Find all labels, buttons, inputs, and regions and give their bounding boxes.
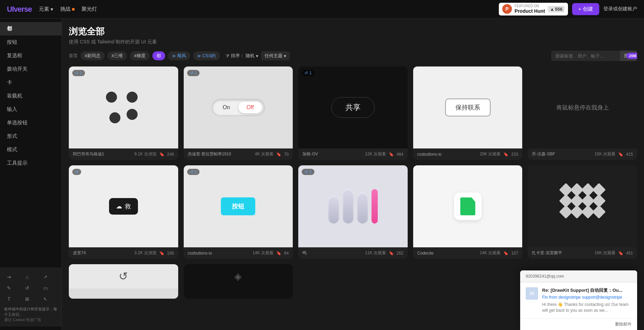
sidebar-item-modal[interactable]: 模式 <box>0 143 62 156</box>
card-kit[interactable]: 保持联系 cssbuttons-io 20K 次观看 🔖 233 <box>413 66 523 160</box>
product-hunt-badge[interactable]: P FEATURED ON Product Hunt ▲ 556 <box>499 3 568 16</box>
theme-filter[interactable]: 任何主题 ▾ <box>261 51 290 60</box>
sidebar-item-tooltip[interactable]: 工具提示 <box>0 156 62 170</box>
kit-button[interactable]: 保持联系 <box>445 99 491 116</box>
email-icon: ✉ <box>526 287 538 300</box>
sidebar-item-form[interactable]: 形式 <box>0 130 62 143</box>
card-codecite[interactable]: Codecite 14K 次观看 🔖 107 <box>413 165 523 259</box>
toggle-control[interactable]: On Off <box>212 99 265 116</box>
search-box: 搜索 20M <box>551 51 637 61</box>
arrow-icon: ↺ <box>119 270 128 283</box>
filter-3d[interactable]: #三维 <box>107 51 127 60</box>
page-title: 浏览全部 <box>69 25 637 38</box>
filter-all[interactable]: 都 <box>152 51 165 60</box>
card-2-stats: 4K 次观看 🔖 70 <box>255 151 289 157</box>
card-cyan-btn[interactable]: ↺ 1 按钮 cssbuttons-io 14K 次观看 🔖 64 <box>184 165 293 259</box>
card-diamond[interactable]: 扎卡里-克雷撕平 16K 次观看 🔖 451 <box>528 165 637 259</box>
email-header: 920396241@qq.com <box>520 270 637 282</box>
login-button[interactable]: 登录或创建账户 <box>603 6 637 12</box>
email-body: ✉ Re: [DrawKit Support] 自动回复：Ou... Fin f… <box>520 282 637 318</box>
card-6-stats: 3.2K 次浏览 🔖 196 <box>135 250 174 256</box>
funnel-icon: ⧩ <box>225 53 229 59</box>
sort-filter[interactable]: ⧩ 排序： 随机 ▾ <box>225 53 258 59</box>
logo-text: verse <box>14 5 32 13</box>
card-2-badge: ↺ 1 <box>187 70 200 76</box>
ph-count: ▲ 556 <box>548 6 565 12</box>
card-1-badge: ↺ 1 <box>72 70 85 76</box>
card-share[interactable]: ↺ 1 共享 加根-GV 12K 次观看 🔖 464 <box>298 66 408 160</box>
nav-challenge[interactable]: 挑战 <box>60 6 75 12</box>
dark-icon: ◈ <box>234 271 242 282</box>
card-dots[interactable]: ↺ 1 阿巴劳布马格迪1 9.1K 次浏览 🔖 248 <box>69 66 178 160</box>
card-rescue[interactable]: ↺ ☁ 救 皮里74 3.2K 次浏览 🔖 196 <box>69 165 178 259</box>
card-hover[interactable]: 将鼠标悬停在我身上 乔-沃森-SBF 15K 次观看 🔖 415 <box>528 66 637 160</box>
rescue-button[interactable]: ☁ 救 <box>109 198 138 215</box>
sidebar-item-card[interactable]: 卡 <box>0 76 62 89</box>
card-8-preview: ↺ 2 <box>298 165 408 247</box>
sidebar-item-loader[interactable]: 装载机 <box>0 89 62 103</box>
card-12-preview: ◈ <box>184 264 293 288</box>
card-partial-2[interactable]: ◈ <box>184 264 293 299</box>
dots-pattern <box>99 85 148 130</box>
page-subtitle: 使用 CSS 或 Tailwind 制作的开源 UI 元素 <box>69 39 637 45</box>
nav-elements[interactable]: 元素 ▾ <box>39 6 53 12</box>
create-button[interactable]: + 创建 <box>572 3 599 15</box>
icon-undo[interactable]: ↺ <box>22 283 32 293</box>
badge-20m: 20M <box>626 53 637 59</box>
delete-email-button[interactable]: 删除邮件 <box>615 321 632 327</box>
icon-pen[interactable]: ✎ <box>4 283 14 293</box>
cloud-icon: ☁ <box>116 203 122 210</box>
breadcrumb[interactable]: 首页 <box>69 53 78 59</box>
sidebar-item-buttons[interactable]: 按钮 <box>0 35 62 49</box>
card-6-footer: 皮里74 3.2K 次浏览 🔖 196 <box>69 247 178 259</box>
codecite-icon <box>454 193 482 220</box>
card-11-preview: ↺ <box>69 264 178 288</box>
email-preview: Hi there 👋 Thanks for contacting us! Our… <box>542 302 632 313</box>
icon-home[interactable]: ⌂ <box>22 272 32 282</box>
filter-gradient[interactable]: #梯度 <box>130 51 149 60</box>
sidebar-ad-link[interactable]: 通过 Carbon 投放广告 <box>4 317 57 322</box>
icon-export[interactable]: ↗ <box>41 272 50 282</box>
dot-3 <box>109 112 120 123</box>
card-pills[interactable]: ↺ 2 鸣 11K 次观看 🔖 262 <box>298 165 408 259</box>
sidebar-item-all[interactable]: 都 <box>0 22 62 35</box>
ph-icon: P <box>502 4 512 14</box>
card-10-preview <box>528 165 637 247</box>
sidebar-item-toggle[interactable]: 拨动开关 <box>0 62 62 76</box>
card-kit-preview: 保持联系 <box>413 66 523 148</box>
card-5-author: 乔-沃森-SBF <box>532 151 555 157</box>
share-button[interactable]: 共享 <box>331 97 375 118</box>
icon-frame[interactable]: ▭ <box>41 283 50 293</box>
topnav: UIverse 元素 ▾ 挑战 聚光灯 P FEATURED ON Produc… <box>0 0 644 19</box>
dot-4 <box>127 109 138 120</box>
sidebar-item-input[interactable]: 输入 <box>0 103 62 116</box>
card-4-footer: cssbuttons-io 20K 次观看 🔖 233 <box>413 148 523 160</box>
cyan-button[interactable]: 按钮 <box>221 197 255 215</box>
icon-cursor[interactable]: ↖ <box>41 294 50 304</box>
pill-1 <box>328 196 339 224</box>
logo[interactable]: UIverse <box>7 5 32 14</box>
card-1-author: 阿巴劳布马格迪1 <box>73 151 104 157</box>
card-6-author: 皮里74 <box>73 250 86 256</box>
dot-1 <box>106 92 117 103</box>
card-hover-preview: 将鼠标悬停在我身上 <box>528 66 637 148</box>
icon-grid2[interactable]: ⊞ <box>22 294 32 304</box>
sidebar-item-checkbox[interactable]: 复选框 <box>0 49 62 62</box>
icon-arrows[interactable]: ⇥ <box>4 272 14 282</box>
card-9-author: Codecite <box>417 251 433 256</box>
icon-text[interactable]: T <box>4 294 14 304</box>
filter-neomorphism[interactable]: #新同态 <box>80 51 105 60</box>
nav-spotlight[interactable]: 聚光灯 <box>82 6 97 12</box>
sidebar-item-radio[interactable]: 单选按钮 <box>0 116 62 130</box>
filter-tailwind[interactable]: ≋ 顺风 <box>168 51 190 60</box>
card-7-stats: 14K 次观看 🔖 64 <box>253 250 289 256</box>
card-partial-1[interactable]: ↺ <box>69 264 178 299</box>
card-3-footer: 加根-GV 12K 次观看 🔖 464 <box>298 148 408 160</box>
card-7-badge: ↺ 1 <box>187 169 200 175</box>
icon-grid: ⇥ ⌂ ↗ ✎ ↺ ▭ T ⊞ ↖ <box>4 272 57 304</box>
card-9-preview <box>413 165 523 247</box>
filter-css[interactable]: ≋ CSS的 <box>193 51 220 60</box>
ph-text: FEATURED ON Product Hunt <box>515 4 545 14</box>
search-input[interactable] <box>551 51 620 61</box>
card-toggle[interactable]: ↺ 1 On Off 杰迪普·普拉贾帕蒂1910 4K 次观看 🔖 70 <box>184 66 293 160</box>
